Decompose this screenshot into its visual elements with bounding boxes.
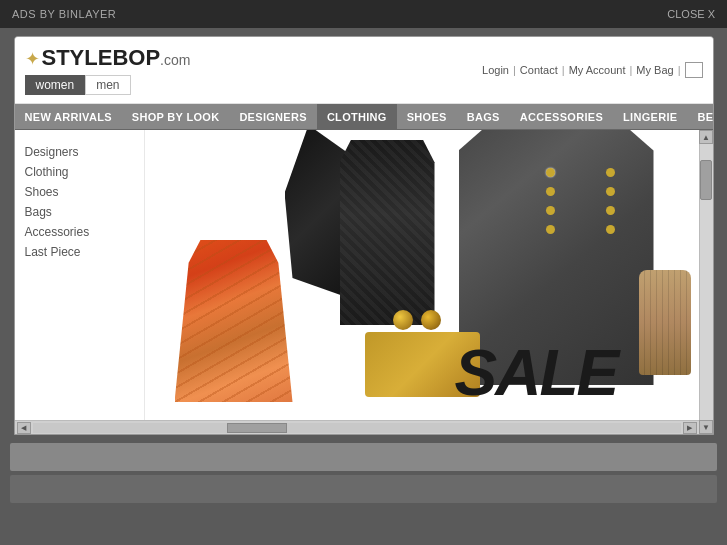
product-collage: SALE xyxy=(145,130,699,420)
scroll-down-arrow[interactable]: ▼ xyxy=(699,420,713,434)
login-link[interactable]: Login xyxy=(482,64,509,76)
header-right: Login | Contact | My Account | My Bag | xyxy=(482,62,702,78)
main-content: SALE xyxy=(145,130,699,420)
scroll-left-arrow[interactable]: ◀ xyxy=(17,422,31,434)
sep1: | xyxy=(513,64,516,76)
sidebar-item-accessories[interactable]: Accessories xyxy=(25,225,134,239)
logo-com: .com xyxy=(160,52,190,68)
contact-link[interactable]: Contact xyxy=(520,64,558,76)
nav-item-designers[interactable]: DESIGNERS xyxy=(229,104,317,129)
my-bag-link[interactable]: My Bag xyxy=(636,64,673,76)
content-area: Designers Clothing Shoes Bags Accessorie… xyxy=(15,130,699,420)
search-input[interactable] xyxy=(685,62,703,78)
logo-area: ✦STYLEBOP.com women men xyxy=(25,45,191,95)
sidebar-item-shoes[interactable]: Shoes xyxy=(25,185,134,199)
product-dress xyxy=(175,240,305,410)
header-top: ✦STYLEBOP.com women men Login | Contact … xyxy=(25,45,703,95)
nav-item-clothing[interactable]: CLOTHING xyxy=(317,104,397,129)
logo: ✦STYLEBOP.com xyxy=(25,45,191,71)
gray-bar-2 xyxy=(10,475,717,503)
my-account-link[interactable]: My Account xyxy=(569,64,626,76)
sale-text: SALE xyxy=(455,336,618,410)
tab-women[interactable]: women xyxy=(25,75,86,95)
browser-frame: ✦STYLEBOP.com women men Login | Contact … xyxy=(14,36,714,435)
close-button[interactable]: CLOSE X xyxy=(667,8,715,20)
sidebar-item-bags[interactable]: Bags xyxy=(25,205,134,219)
logo-star-icon: ✦ xyxy=(25,49,40,69)
nav-item-be[interactable]: BE... xyxy=(687,104,713,129)
product-fur-accessory xyxy=(639,270,699,390)
nav-bar: NEW ARRIVALS SHOP BY LOOK DESIGNERS CLOT… xyxy=(15,104,713,130)
nav-item-lingerie[interactable]: LINGERIE xyxy=(613,104,687,129)
top-bar: ADS BY BINLAYER CLOSE X xyxy=(0,0,727,28)
scroll-right-arrow[interactable]: ▶ xyxy=(683,422,697,434)
nav-item-new-arrivals[interactable]: NEW ARRIVALS xyxy=(15,104,122,129)
gray-bar-1 xyxy=(10,443,717,471)
scroll-thumb-vertical[interactable] xyxy=(700,160,712,200)
browser-content-wrapper: Designers Clothing Shoes Bags Accessorie… xyxy=(15,130,713,434)
scrollbar-right: ▲ ▼ xyxy=(699,130,713,434)
tab-men[interactable]: men xyxy=(85,75,130,95)
ads-label: ADS BY BINLAYER xyxy=(12,8,116,20)
nav-item-shoes[interactable]: SHOES xyxy=(397,104,457,129)
scroll-up-arrow[interactable]: ▲ xyxy=(699,130,713,144)
sidebar-item-designers[interactable]: Designers xyxy=(25,145,134,159)
sep4: | xyxy=(678,64,681,76)
sidebar-item-clothing[interactable]: Clothing xyxy=(25,165,134,179)
sidebar-item-last-piece[interactable]: Last Piece xyxy=(25,245,134,259)
sep3: | xyxy=(629,64,632,76)
bottom-scrollbar: ◀ ▶ xyxy=(15,420,699,434)
sidebar: Designers Clothing Shoes Bags Accessorie… xyxy=(15,130,145,420)
logo-text: STYLEBOP xyxy=(42,45,161,70)
site-header: ✦STYLEBOP.com women men Login | Contact … xyxy=(15,37,713,104)
bottom-bars xyxy=(0,443,727,503)
nav-item-shop-by-look[interactable]: SHOP BY LOOK xyxy=(122,104,230,129)
sep2: | xyxy=(562,64,565,76)
browser-main: Designers Clothing Shoes Bags Accessorie… xyxy=(15,130,699,434)
gender-tabs: women men xyxy=(25,75,131,95)
nav-item-accessories[interactable]: ACCESSORIES xyxy=(510,104,613,129)
nav-item-bags[interactable]: BAGS xyxy=(457,104,510,129)
scroll-thumb-horizontal[interactable] xyxy=(227,423,287,433)
scroll-track-horizontal xyxy=(33,423,681,433)
